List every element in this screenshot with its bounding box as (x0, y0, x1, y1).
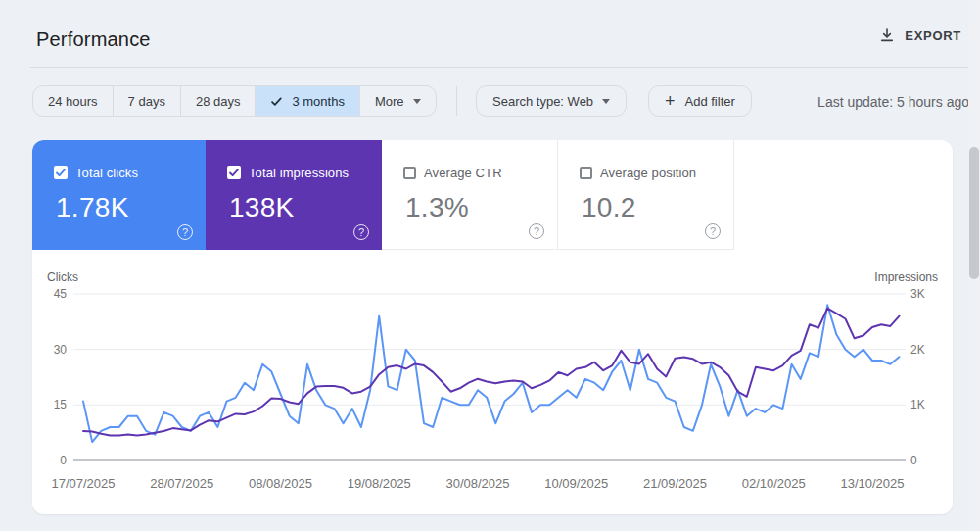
average-position-card[interactable]: Average position 10.2 ? (558, 140, 734, 250)
metric-value: 10.2 (582, 192, 718, 223)
range-chip-24-hours[interactable]: 24 hours (33, 86, 113, 116)
metric-value: 1.3% (405, 192, 541, 223)
svg-text:02/10/2025: 02/10/2025 (742, 476, 806, 491)
download-icon (879, 27, 895, 43)
help-icon[interactable]: ? (177, 224, 193, 240)
svg-text:45: 45 (54, 287, 68, 301)
check-icon (270, 95, 283, 108)
last-update-text: Last update: 5 hours ago (817, 94, 969, 110)
performance-panel: Total clicks 1.78K ? Total impressions 1… (32, 140, 953, 514)
metric-label: Average position (600, 166, 696, 180)
total-clicks-checkbox[interactable] (54, 166, 68, 179)
add-filter-chip[interactable]: + Add filter (648, 85, 752, 117)
metric-label: Total impressions (249, 166, 349, 180)
help-icon[interactable]: ? (353, 224, 369, 240)
total-impressions-card[interactable]: Total impressions 138K ? (206, 140, 382, 250)
range-chip-label: 28 days (196, 94, 241, 109)
svg-text:1K: 1K (910, 398, 925, 411)
range-chip-label: 7 days (128, 94, 165, 109)
date-range-chip-group: 24 hours 7 days 28 days 3 months More (32, 85, 437, 117)
metric-value: 1.78K (56, 192, 190, 223)
scrollbar-thumb[interactable] (969, 147, 979, 279)
search-type-label: Search type: Web (492, 94, 593, 109)
average-ctr-card[interactable]: Average CTR 1.3% ? (382, 140, 558, 250)
performance-chart-svg: 015304501K2K3KClicksImpressions17/07/202… (32, 269, 953, 514)
export-label: EXPORT (905, 28, 961, 43)
svg-text:0: 0 (60, 454, 67, 467)
svg-text:13/10/2025: 13/10/2025 (840, 476, 904, 491)
metric-label: Average CTR (424, 166, 502, 180)
page-title: Performance (36, 28, 151, 51)
export-button[interactable]: EXPORT (879, 27, 961, 43)
help-icon[interactable]: ? (529, 223, 544, 239)
help-icon[interactable]: ? (705, 223, 721, 239)
chevron-down-icon (413, 99, 421, 104)
svg-text:10/09/2025: 10/09/2025 (544, 476, 608, 491)
average-ctr-checkbox[interactable] (403, 167, 416, 179)
svg-text:28/07/2025: 28/07/2025 (150, 476, 213, 491)
average-position-checkbox[interactable] (580, 167, 592, 179)
svg-text:2K: 2K (910, 343, 925, 357)
range-chip-7-days[interactable]: 7 days (113, 86, 180, 116)
svg-text:17/07/2025: 17/07/2025 (51, 476, 115, 491)
svg-text:Impressions: Impressions (874, 270, 938, 284)
range-chip-3-months[interactable]: 3 months (255, 86, 358, 116)
svg-text:19/08/2025: 19/08/2025 (348, 476, 411, 491)
svg-text:21/09/2025: 21/09/2025 (643, 476, 707, 491)
svg-text:30/08/2025: 30/08/2025 (445, 476, 509, 491)
range-chip-label: 24 hours (48, 94, 98, 109)
svg-text:3K: 3K (910, 287, 925, 301)
range-chip-28-days[interactable]: 28 days (180, 86, 256, 116)
svg-text:0: 0 (910, 454, 917, 467)
range-chip-label: More (375, 94, 404, 109)
total-clicks-card[interactable]: Total clicks 1.78K ? (32, 140, 206, 250)
search-type-chip[interactable]: Search type: Web (476, 85, 627, 117)
svg-text:15: 15 (54, 398, 68, 411)
toolbar-separator (456, 86, 457, 116)
svg-text:Clicks: Clicks (47, 270, 78, 284)
add-filter-label: Add filter (685, 94, 735, 109)
svg-text:30: 30 (54, 343, 68, 357)
metric-label: Total clicks (75, 166, 138, 180)
performance-chart: 015304501K2K3KClicksImpressions17/07/202… (32, 269, 953, 514)
range-chip-label: 3 months (292, 94, 344, 109)
plus-icon: + (665, 92, 676, 110)
header-divider (30, 67, 980, 68)
metric-value: 138K (229, 192, 366, 223)
chevron-down-icon (602, 99, 610, 104)
total-impressions-checkbox[interactable] (227, 166, 241, 179)
svg-text:08/08/2025: 08/08/2025 (249, 476, 312, 491)
metric-cards-row: Total clicks 1.78K ? Total impressions 1… (32, 140, 953, 250)
range-chip-more[interactable]: More (359, 86, 436, 116)
scrollbar-track[interactable] (968, 0, 980, 531)
